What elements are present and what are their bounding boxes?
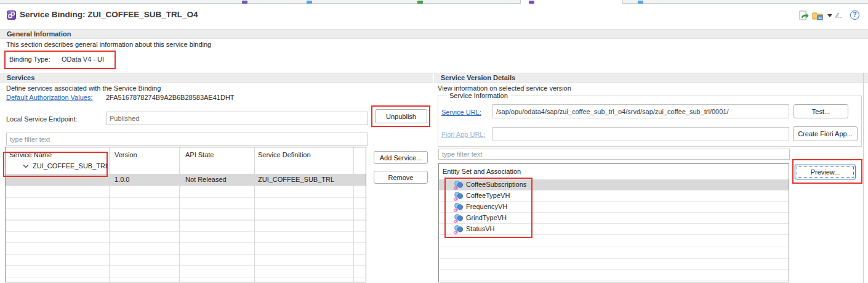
general-information-description: This section describes general informati… — [6, 41, 211, 48]
editor-tab-icon — [529, 1, 534, 4]
empty-list-rows — [439, 236, 789, 282]
preview-button[interactable]: Preview... — [795, 165, 856, 179]
column-header-service-name[interactable]: Service Name — [9, 151, 52, 158]
column-header-version[interactable]: Version — [115, 151, 137, 158]
service-version-details-description: View information on selected service ver… — [438, 84, 571, 92]
remove-button[interactable]: Remove — [374, 171, 428, 184]
activate-icon[interactable] — [799, 10, 809, 21]
services-description: Define services associated with the Serv… — [6, 84, 161, 92]
entity-set-icon: @ — [453, 202, 464, 213]
form-right-edge — [863, 73, 864, 283]
default-authorization-value: 2FA5167878274B9A2B6B28583AE41DHT — [106, 94, 235, 101]
test-button[interactable]: Test... — [794, 104, 848, 118]
entity-row[interactable]: @ CoffeeSubscriptions — [439, 179, 789, 191]
svg-text:@: @ — [454, 207, 459, 212]
create-fiori-app-button[interactable]: Create Fiori App... — [793, 126, 858, 141]
svg-text:@: @ — [454, 196, 459, 201]
entity-row[interactable]: @ GrindTypeVH — [439, 213, 789, 224]
editor-tab-icon[interactable] — [242, 1, 247, 4]
version-cell[interactable]: 1.0.0 — [115, 176, 129, 183]
add-service-button[interactable]: Add Service... — [374, 151, 428, 164]
services-table: Service Name Version API State Service D… — [5, 147, 366, 282]
entity-set-icon: @ — [453, 180, 464, 191]
active-editor-tab[interactable] — [520, 0, 623, 4]
api-state-cell[interactable]: Not Released — [185, 176, 227, 183]
service-information-legend: Service Information — [447, 92, 510, 99]
empty-table-rows — [6, 186, 366, 282]
adt-service-binding-editor: Service Binding: ZUI_COFFEE_SUB_TRL_O4 /… — [0, 0, 868, 283]
binding-type-label: Binding Type: — [9, 55, 50, 63]
fiori-app-url-field[interactable] — [492, 127, 789, 141]
entity-row[interactable]: @ StatusVH — [439, 224, 789, 235]
page-title: Service Binding: ZUI_COFFEE_SUB_TRL_O4 — [20, 10, 198, 19]
entity-set-list: Entity Set and Association @ CoffeeSubsc… — [438, 163, 789, 282]
entity-set-icon: @ — [453, 191, 464, 202]
binding-type-value: OData V4 - UI — [62, 55, 104, 63]
column-header-service-definition[interactable]: Service Definition — [258, 151, 311, 158]
entity-set-icon: @ — [453, 224, 464, 236]
unpublish-button[interactable]: Unpublish — [375, 109, 427, 123]
service-definition-cell[interactable]: ZUI_COFFEE_SUB_TRL — [258, 176, 334, 183]
local-service-endpoint-label: Local Service Endpoint: — [6, 115, 78, 123]
editor-tab-bar — [0, 0, 868, 4]
local-service-endpoint-field[interactable] — [106, 112, 368, 125]
service-url-link[interactable]: Service URL: — [441, 109, 481, 116]
service-url-field[interactable] — [492, 104, 789, 118]
service-binding-icon — [7, 10, 16, 20]
svg-text:@: @ — [454, 229, 459, 234]
svg-text:@: @ — [454, 185, 459, 190]
editor-tab-icon[interactable] — [638, 1, 643, 4]
entity-row[interactable]: @ FrequencyVH — [439, 202, 789, 213]
services-filter-input[interactable] — [6, 133, 368, 146]
entity-list-header: Entity Set and Association — [443, 168, 521, 175]
default-authorization-values-link[interactable]: Default Authorization Values: — [6, 94, 92, 101]
fiori-app-url-link: Fiori App URL: — [441, 131, 486, 138]
open-folder-icon[interactable] — [812, 10, 824, 21]
service-name-tree-item[interactable]: ZUI_COFFEE_SUB_TRL — [33, 162, 109, 170]
svg-text:@: @ — [454, 218, 459, 223]
dropdown-caret-icon[interactable] — [827, 14, 832, 17]
slashes-more-icon[interactable]: //... — [835, 12, 842, 22]
editor-tab-icon[interactable] — [417, 1, 423, 4]
editor-tab-icon[interactable] — [307, 1, 312, 4]
services-section-header: Services — [0, 73, 433, 83]
general-information-header: General Information — [0, 29, 868, 39]
service-version-details-header: Service Version Details — [434, 73, 868, 83]
entity-set-icon: @ — [453, 213, 464, 224]
column-header-api-state[interactable]: API State — [185, 151, 214, 158]
entity-filter-input[interactable] — [438, 149, 790, 160]
entity-row[interactable]: @ CoffeeTypeVH — [439, 191, 789, 202]
help-icon[interactable]: ? — [850, 10, 859, 20]
tree-expander-icon[interactable] — [23, 162, 29, 170]
